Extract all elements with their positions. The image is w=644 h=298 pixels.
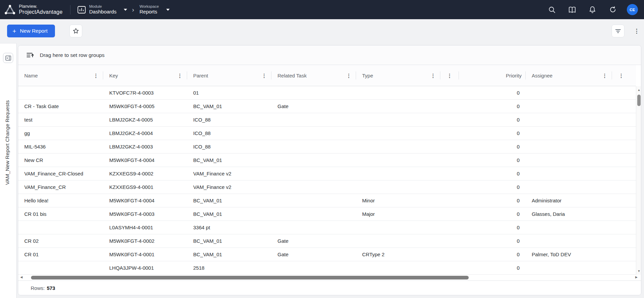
horizontal-scrollbar[interactable]: ◀ ▶: [18, 275, 641, 280]
report-title-vertical[interactable]: VAM_New Report Change Requests: [4, 67, 10, 185]
table-cell: 0: [459, 194, 526, 207]
column-label: Type: [362, 73, 430, 78]
column-menu-icon[interactable]: ⋮: [261, 72, 267, 79]
column-menu-icon[interactable]: ⋮: [177, 72, 183, 79]
table-cell: [526, 180, 612, 194]
table-row[interactable]: KTVOFC7R-4-0003010: [18, 86, 636, 100]
column-header-related-task[interactable]: Related Task⋮: [271, 65, 356, 86]
table-cell: [356, 86, 440, 99]
column-menu-icon[interactable]: ⋮: [446, 72, 453, 79]
expand-panel-icon: [5, 56, 11, 61]
table-cell: 0: [459, 180, 526, 194]
table-cell: 0: [459, 127, 526, 140]
scroll-up-arrow-icon[interactable]: ▲: [636, 88, 641, 92]
table-cell: 0: [459, 100, 526, 113]
filter-icon: [615, 29, 621, 33]
table-row[interactable]: testLBMJ2GKZ-4-0005ICO_880: [18, 113, 636, 127]
table-cell: CR 02: [18, 234, 103, 247]
user-avatar[interactable]: CE: [627, 4, 638, 15]
column-menu-icon[interactable]: ⋮: [618, 72, 624, 79]
table-row[interactable]: New CRM5WK0FGT-4-0004BC_VAM_010: [18, 154, 636, 167]
grid-status-bar: Rows: 573: [18, 280, 641, 295]
table-row[interactable]: VAM_Finance_CR-ClosedKZXXEGS9-4-0002VAM_…: [18, 167, 636, 180]
column-menu-icon[interactable]: ⋮: [430, 72, 436, 79]
column-header-unnamed-8[interactable]: ⋮: [612, 65, 636, 86]
planview-logo[interactable]: Planview. ProjectAdvantage: [0, 4, 63, 15]
table-cell: [356, 167, 440, 180]
scroll-left-arrow-icon[interactable]: ◀: [20, 275, 23, 279]
table-cell: [356, 154, 440, 167]
table-cell: [271, 180, 356, 194]
table-cell: [356, 221, 440, 234]
column-menu-icon[interactable]: ⋮: [602, 72, 608, 79]
table-cell: [440, 261, 459, 274]
column-header-key[interactable]: Key⋮: [103, 65, 187, 86]
vertical-scrollbar-thumb[interactable]: [637, 95, 641, 106]
table-cell: 0: [459, 261, 526, 274]
table-cell: KTVOFC7R-4-0003: [103, 86, 187, 99]
help-book-icon[interactable]: [566, 4, 578, 16]
row-groups-icon: [26, 52, 34, 58]
column-header-assignee[interactable]: Assignee⋮: [526, 65, 612, 86]
column-header-parent[interactable]: Parent⋮: [187, 65, 271, 86]
table-cell: [526, 261, 612, 274]
column-header-name[interactable]: Name⋮: [18, 65, 103, 86]
column-menu-icon[interactable]: ⋮: [346, 72, 352, 79]
scroll-right-arrow-icon[interactable]: ▶: [635, 275, 638, 279]
favorite-star-button[interactable]: [69, 25, 82, 37]
table-row[interactable]: CR 02M5WK0FGT-4-0002BC_VAM_01Gate0: [18, 234, 636, 248]
table-cell: [612, 248, 636, 261]
table-cell: 0: [459, 221, 526, 234]
table-cell: LBMJ2GKZ-4-0005: [103, 113, 187, 126]
grid-header: Name⋮Key⋮Parent⋮Related Task⋮Type⋮⋮Prior…: [18, 65, 636, 86]
refresh-icon[interactable]: [607, 4, 619, 16]
module-eyebrow: Module: [89, 4, 117, 9]
grid-body: KTVOFC7R-4-0003010CR - Task GateM5WK0FGT…: [18, 86, 636, 275]
column-label: Assignee: [532, 73, 602, 78]
table-cell: ICO_88: [187, 113, 271, 126]
scroll-down-arrow-icon[interactable]: ▼: [636, 269, 641, 273]
row-group-drop-zone[interactable]: Drag here to set row groups: [18, 45, 641, 65]
workspace-reports-menu[interactable]: Workspace Reports: [140, 4, 170, 14]
table-row[interactable]: CR - Task GateM5WK0FGT-4-0005BC_VAM_01Ga…: [18, 100, 636, 113]
table-cell: [526, 86, 612, 99]
search-icon[interactable]: [546, 4, 558, 16]
table-cell: [356, 261, 440, 274]
new-report-label: New Report: [20, 28, 48, 34]
vertical-scrollbar[interactable]: ▲ ▼: [636, 86, 641, 275]
table-row[interactable]: LHQA3JPW-4-000125180: [18, 261, 636, 275]
table-cell: [440, 167, 459, 180]
filter-button[interactable]: [612, 25, 624, 37]
table-cell: [271, 113, 356, 126]
column-header-priority[interactable]: Priority: [459, 65, 526, 86]
table-cell: LHQA3JPW-4-0001: [103, 261, 187, 274]
table-row[interactable]: Hello Idea!M5WK0FGT-4-0004BC_VAM_01Minor…: [18, 194, 636, 207]
table-row[interactable]: VAM_Finance_CRKZXXEGS9-4-0001VAM_Finance…: [18, 180, 636, 194]
column-menu-icon[interactable]: ⋮: [93, 72, 99, 79]
workspace-eyebrow: Workspace: [140, 4, 159, 9]
column-header-unnamed-5[interactable]: ⋮: [440, 65, 459, 86]
toolbar-more-menu-icon[interactable]: ⋮: [632, 25, 642, 37]
table-cell: [526, 127, 612, 140]
table-cell: BC_VAM_01: [187, 248, 271, 261]
new-report-button[interactable]: + New Report: [7, 25, 55, 37]
report-side-rail: VAM_New Report Change Requests: [0, 43, 17, 298]
column-header-type[interactable]: Type⋮: [356, 65, 440, 86]
row-group-hint-text: Drag here to set row groups: [40, 52, 105, 58]
table-cell: [440, 194, 459, 207]
table-cell: ICO_88: [187, 140, 271, 153]
table-row[interactable]: MIL-5436LBMJ2GKZ-4-0003ICO_880: [18, 140, 636, 154]
table-cell: Major: [356, 207, 440, 221]
expand-panel-button[interactable]: [3, 53, 13, 63]
table-row[interactable]: CR 01M5WK0FGT-4-0001BC_VAM_01GateCRType …: [18, 248, 636, 261]
table-row[interactable]: L0ASYMH4-4-00013364 pt0: [18, 221, 636, 234]
table-row[interactable]: ggLBMJ2GKZ-4-0004ICO_880: [18, 127, 636, 140]
table-cell: [526, 221, 612, 234]
navbar-actions: CE: [546, 4, 644, 16]
brand-text: Planview. ProjectAdvantage: [19, 4, 63, 15]
notifications-bell-icon[interactable]: [586, 4, 598, 16]
horizontal-scrollbar-thumb[interactable]: [31, 276, 469, 279]
table-row[interactable]: CR 01 bisM5WK0FGT-4-0003BC_VAM_01Major0G…: [18, 207, 636, 221]
table-cell: [612, 86, 636, 99]
module-dashboards-menu[interactable]: Module Dashboards: [77, 4, 127, 14]
